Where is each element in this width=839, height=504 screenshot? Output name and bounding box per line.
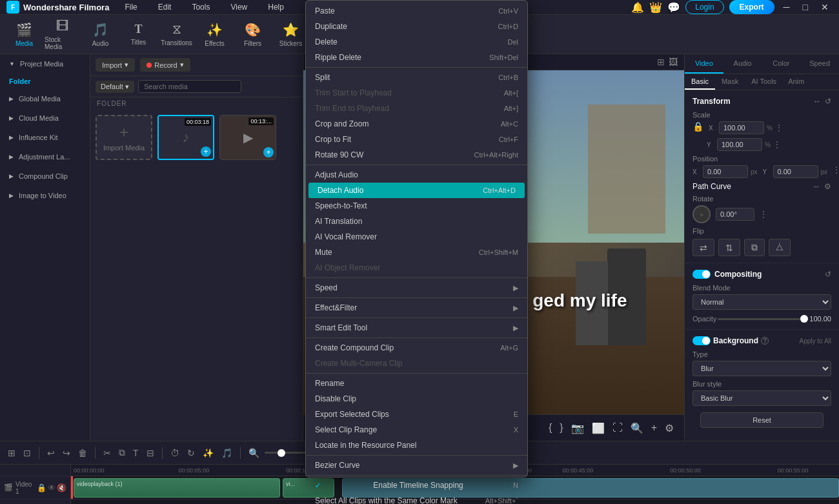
tl-cut-icon[interactable]: ✂: [101, 447, 114, 459]
transform-expand-icon[interactable]: ↔: [813, 97, 821, 106]
ctx-adjust-audio[interactable]: Adjust Audio: [306, 167, 527, 183]
flip-copy-button[interactable]: ⧉: [744, 239, 765, 256]
toolbar-stock[interactable]: 🎞 Stock Media: [45, 15, 80, 54]
tl-add-track-icon[interactable]: ⊞: [5, 447, 18, 459]
ctx-ripple-delete[interactable]: Ripple Delete Shift+Del: [306, 50, 527, 65]
tab-color[interactable]: Color: [762, 54, 801, 74]
maximize-button[interactable]: □: [799, 2, 812, 12]
pos-y-input[interactable]: [773, 165, 818, 178]
export-button[interactable]: Export: [729, 0, 774, 14]
apply-all-button[interactable]: Apply to All: [800, 338, 831, 345]
tl-undo-icon[interactable]: ↩: [45, 447, 57, 459]
ctx-ai-vocal-remover[interactable]: AI Vocal Remover: [306, 229, 527, 245]
ctx-export-selected[interactable]: Export Selected Clips E: [306, 407, 527, 422]
compositing-toggle[interactable]: [692, 270, 711, 279]
ctx-smart-edit-tool[interactable]: Smart Edit Tool ▶: [306, 320, 527, 336]
thumb-add-icon-1[interactable]: +: [263, 147, 274, 157]
scale-y-adjust-icon[interactable]: ⋮: [773, 140, 781, 149]
flip-paste-button[interactable]: ⧊: [769, 239, 791, 256]
tl-delete-icon[interactable]: 🗑: [76, 447, 90, 459]
zoom-out-icon[interactable]: 🔍: [628, 421, 646, 436]
toolbar-audio[interactable]: 🎵 Audio: [83, 15, 118, 54]
tl-speed-icon[interactable]: ⏱: [168, 447, 182, 459]
rotate-dial[interactable]: ○: [692, 205, 711, 223]
blend-mode-select[interactable]: NormalMultiplyScreenOverlay: [692, 294, 831, 310]
ctx-select-same-color[interactable]: Select All Clips with the Same Color Mar…: [306, 493, 527, 504]
ctx-speed[interactable]: Speed ▶: [306, 280, 527, 296]
ctx-crop-zoom[interactable]: Crop and Zoom Alt+C: [306, 116, 527, 132]
menu-file[interactable]: File: [119, 0, 142, 14]
ctx-crop-fit[interactable]: Crop to Fit Ctrl+F: [306, 132, 527, 147]
ctx-rename[interactable]: Rename: [306, 376, 527, 391]
ctx-create-compound[interactable]: Create Compound Clip Alt+G: [306, 340, 527, 356]
toolbar-transitions[interactable]: ⧖ Transitions: [159, 15, 194, 54]
help-icon[interactable]: ?: [761, 337, 769, 345]
thumb-add-icon-0[interactable]: +: [201, 146, 211, 157]
menu-edit[interactable]: Edit: [153, 0, 177, 14]
background-toggle[interactable]: [692, 336, 711, 345]
fullscreen-icon[interactable]: ⛶: [610, 421, 625, 435]
tl-split-icon[interactable]: ⊟: [144, 447, 157, 459]
bracket-right-icon[interactable]: }: [557, 421, 565, 435]
sidebar-item-cloud-media[interactable]: ▶ Cloud Media: [3, 109, 87, 127]
media-thumb-1[interactable]: ▶ 00:13:... +: [219, 115, 276, 160]
media-thumb-0[interactable]: ♪ 00:03:18 +: [157, 115, 214, 160]
ctx-speech-to-text[interactable]: Speech-to-Text: [306, 198, 527, 214]
sub-tab-ai-tools[interactable]: AI Tools: [745, 74, 783, 90]
support-icon[interactable]: 💬: [667, 1, 680, 14]
tl-copy-icon[interactable]: ⧉: [116, 446, 128, 459]
toolbar-media[interactable]: 🎬 Media: [6, 15, 42, 54]
ctx-duplicate[interactable]: Duplicate Ctrl+D: [306, 19, 527, 34]
ctx-split[interactable]: Split Ctrl+B: [306, 70, 527, 85]
toolbar-stickers[interactable]: ⭐ Stickers: [273, 15, 308, 54]
ctx-detach-audio[interactable]: Detach Audio Ctrl+Alt+D: [308, 183, 525, 198]
sidebar-item-compound-clip[interactable]: ▶ Compound Clip: [3, 167, 87, 185]
login-button[interactable]: Login: [685, 0, 723, 14]
tl-effect-icon[interactable]: ✨: [200, 447, 216, 459]
scale-x-input[interactable]: [719, 121, 764, 134]
flip-horizontal-button[interactable]: ⇄: [692, 239, 714, 256]
crown-icon[interactable]: 👑: [649, 1, 662, 14]
tl-zoom-out-icon[interactable]: 🔍: [246, 447, 262, 459]
sub-tab-basic[interactable]: Basic: [685, 74, 715, 90]
pos-x-input[interactable]: [703, 165, 748, 178]
sidebar-item-global-media[interactable]: ▶ Global Media: [3, 90, 87, 108]
camera-icon[interactable]: 📷: [569, 421, 587, 436]
zoom-in-icon[interactable]: +: [649, 421, 660, 435]
track-mute-icon[interactable]: 🔇: [57, 483, 66, 492]
sidebar-item-influence-kit[interactable]: ▶ Influence Kit: [3, 128, 87, 146]
grid-view-icon[interactable]: ⊞: [657, 57, 665, 67]
track-lock-icon[interactable]: 🔒: [37, 483, 46, 492]
transform-reset-icon[interactable]: ↺: [825, 97, 831, 106]
search-input[interactable]: [138, 80, 241, 93]
tl-audio-icon[interactable]: 🎵: [219, 447, 235, 459]
default-button[interactable]: Default ▾: [96, 81, 134, 93]
sidebar-item-folder[interactable]: Folder: [0, 74, 90, 89]
video-clip-1[interactable]: videoplayback (1): [74, 478, 280, 498]
tab-audio[interactable]: Audio: [723, 54, 762, 74]
compositing-reset-icon[interactable]: ↺: [825, 270, 831, 279]
ctx-bezier-curve[interactable]: Bezier Curve ▶: [306, 458, 527, 473]
photo-icon[interactable]: 🖼: [669, 57, 678, 67]
sidebar-item-project-media[interactable]: ▼ Project Media: [3, 55, 87, 73]
rotate-input[interactable]: [716, 208, 754, 221]
bracket-left-icon[interactable]: {: [546, 421, 554, 435]
close-button[interactable]: ✕: [817, 2, 833, 12]
scale-y-input[interactable]: [717, 138, 762, 151]
tl-text-icon[interactable]: T: [130, 447, 141, 459]
ctx-locate-resource[interactable]: Locate in the Resource Panel: [306, 438, 527, 453]
sub-tab-mask[interactable]: Mask: [715, 74, 745, 90]
screenshot-icon[interactable]: ⬜: [589, 421, 607, 436]
flip-vertical-button[interactable]: ⇅: [718, 239, 740, 256]
toolbar-effects[interactable]: ✨ Effects: [197, 15, 232, 54]
toolbar-titles[interactable]: T Titles: [121, 15, 156, 54]
pos-adjust-icon[interactable]: ⋮: [833, 165, 839, 178]
reset-button[interactable]: Reset: [700, 412, 824, 428]
settings-icon[interactable]: ⚙: [662, 421, 676, 436]
ctx-select-clip-range[interactable]: Select Clip Range X: [306, 422, 527, 438]
type-select[interactable]: Blur: [692, 361, 831, 376]
ctx-rotate[interactable]: Rotate 90 CW Ctrl+Alt+Right: [306, 147, 527, 163]
track-eye-icon[interactable]: 👁: [48, 483, 56, 492]
sidebar-item-adjustment-layer[interactable]: ▶ Adjustment La...: [3, 148, 87, 166]
tl-redo-icon[interactable]: ↪: [60, 447, 73, 459]
